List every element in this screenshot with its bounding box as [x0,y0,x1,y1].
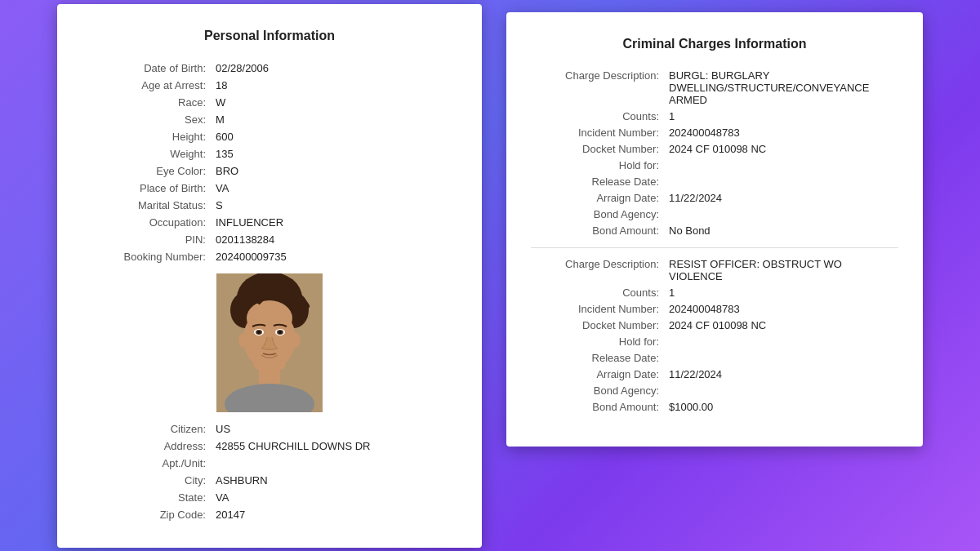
personal-info-row: Age at Arrest:18 [82,77,457,94]
field-value: VA [212,489,457,506]
charge-field-label: Counts: [531,285,666,301]
citizen-info-row: Address:42855 CHURCHILL DOWNS DR [82,438,457,455]
charge-table: Charge Description:BURGL: BURGLARY DWELL… [531,68,898,239]
svg-point-16 [291,333,301,348]
charge-row: Charge Description:BURGL: BURGLARY DWELL… [531,68,898,109]
field-value: W [212,94,457,111]
charge-field-value: 1 [666,285,898,301]
personal-info-row: Occupation:INFLUENCER [82,214,457,231]
field-label: PIN: [82,231,212,248]
charge-field-label: Charge Description: [531,256,666,285]
criminal-charges-card: Criminal Charges Information Charge Desc… [506,12,923,447]
charge-field-label: Arraign Date: [531,367,666,383]
charge-field-value: 11/22/2024 [666,367,898,383]
charge-row: Arraign Date:11/22/2024 [531,190,898,207]
personal-info-row: Booking Number:202400009735 [82,248,457,265]
charge-row: Bond Agency: [531,383,898,399]
charge-field-value: 202400048783 [666,301,898,318]
field-value: 20147 [212,506,457,523]
charge-field-label: Bond Agency: [531,207,666,223]
personal-info-row: Weight:135 [82,145,457,162]
charge-field-label: Incident Number: [531,301,666,318]
charge-field-value: $1000.00 [666,399,898,415]
personal-info-row: Place of Birth:VA [82,180,457,197]
field-value: 18 [212,77,457,94]
field-label: Address: [82,438,212,455]
charge-field-value: 2024 CF 010098 NC [666,318,898,334]
citizen-info-row: City:ASHBURN [82,472,457,489]
personal-info-table: Date of Birth:02/28/2006Age at Arrest:18… [82,60,457,265]
charge-table: Charge Description:RESIST OFFICER: OBSTR… [531,256,898,415]
charge-row: Arraign Date:11/22/2024 [531,367,898,383]
charge-field-label: Docket Number: [531,318,666,334]
field-value: S [212,197,457,214]
charge-field-value [666,174,898,190]
field-value: 42855 CHURCHILL DOWNS DR [212,438,457,455]
field-label: State: [82,489,212,506]
charge-row: Bond Amount:No Bond [531,223,898,239]
personal-info-row: PIN:0201138284 [82,231,457,248]
field-label: Place of Birth: [82,180,212,197]
charge-field-value: 11/22/2024 [666,190,898,207]
charge-field-label: Docket Number: [531,141,666,158]
field-value: 0201138284 [212,231,457,248]
charge-row: Charge Description:RESIST OFFICER: OBSTR… [531,256,898,285]
citizen-info-row: Apt./Unit: [82,455,457,472]
personal-info-card: Personal Information Date of Birth:02/28… [57,4,482,548]
field-label: Height: [82,128,212,145]
field-label: Occupation: [82,214,212,231]
charge-field-value [666,383,898,399]
field-label: Sex: [82,111,212,128]
charge-field-value [666,158,898,174]
criminal-charges-title: Criminal Charges Information [531,37,898,51]
field-label: Marital Status: [82,197,212,214]
charge-field-label: Charge Description: [531,68,666,109]
field-value [212,455,457,472]
field-label: Date of Birth: [82,60,212,77]
svg-point-5 [247,300,292,336]
field-label: Apt./Unit: [82,455,212,472]
charge-row: Docket Number:2024 CF 010098 NC [531,318,898,334]
charge-field-value: 1 [666,109,898,125]
svg-point-15 [238,333,248,348]
charge-row: Bond Agency: [531,207,898,223]
field-value: INFLUENCER [212,214,457,231]
field-value: 135 [212,145,457,162]
field-label: Zip Code: [82,506,212,523]
charge-row: Counts:1 [531,109,898,125]
field-value: BRO [212,162,457,180]
field-value: 600 [212,128,457,145]
field-value: M [212,111,457,128]
personal-info-row: Sex:M [82,111,457,128]
charge-field-value: No Bond [666,223,898,239]
charge-row: Counts:1 [531,285,898,301]
page-wrapper: Personal Information Date of Birth:02/28… [41,0,939,551]
field-label: Race: [82,94,212,111]
field-label: Eye Color: [82,162,212,180]
charge-field-label: Incident Number: [531,125,666,141]
charge-row: Hold for: [531,334,898,350]
personal-info-row: Marital Status:S [82,197,457,214]
charge-divider [531,247,898,248]
charge-row: Release Date: [531,174,898,190]
charge-field-label: Counts: [531,109,666,125]
charge-field-value [666,350,898,367]
field-label: Booking Number: [82,248,212,265]
svg-point-10 [257,331,261,334]
field-label: Weight: [82,145,212,162]
charge-row: Docket Number:2024 CF 010098 NC [531,141,898,158]
charge-field-label: Bond Amount: [531,223,666,239]
personal-info-row: Height:600 [82,128,457,145]
citizen-info-table: Citizen:USAddress:42855 CHURCHILL DOWNS … [82,420,457,523]
field-value: US [212,420,457,438]
charge-section: Charge Description:BURGL: BURGLARY DWELL… [531,68,898,239]
mugshot-container [82,273,457,412]
field-label: Age at Arrest: [82,77,212,94]
charge-field-value [666,207,898,223]
charge-field-value: BURGL: BURGLARY DWELLING/STRUCTURE/CONVE… [666,68,898,109]
field-value: 202400009735 [212,248,457,265]
charge-row: Incident Number:202400048783 [531,125,898,141]
charge-field-label: Bond Agency: [531,383,666,399]
charge-field-label: Release Date: [531,174,666,190]
charge-field-label: Arraign Date: [531,190,666,207]
